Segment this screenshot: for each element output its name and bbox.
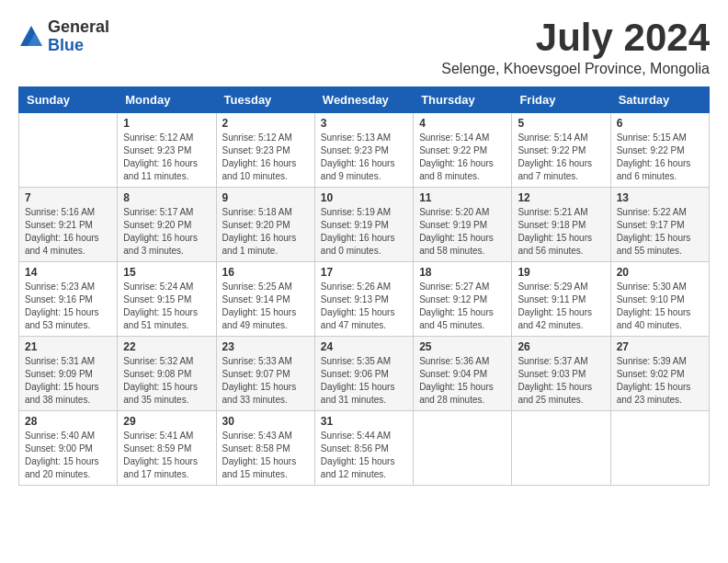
- day-info: Sunrise: 5:12 AMSunset: 9:23 PMDaylight:…: [222, 132, 309, 183]
- header-thursday: Thursday: [414, 87, 512, 113]
- day-info: Sunrise: 5:19 AMSunset: 9:19 PMDaylight:…: [321, 206, 407, 258]
- day-cell: 2Sunrise: 5:12 AMSunset: 9:23 PMDaylight…: [216, 113, 314, 188]
- day-number: 30: [222, 415, 309, 428]
- location-title: Selenge, Khoevsgoel Province, Mongolia: [441, 61, 710, 77]
- day-info: Sunrise: 5:23 AMSunset: 9:16 PMDaylight:…: [25, 281, 111, 332]
- header-friday: Friday: [512, 87, 610, 113]
- day-info: Sunrise: 5:14 AMSunset: 9:22 PMDaylight:…: [419, 132, 506, 183]
- day-cell: 8Sunrise: 5:17 AMSunset: 9:20 PMDaylight…: [118, 188, 216, 262]
- day-cell: 29Sunrise: 5:41 AMSunset: 8:59 PMDayligh…: [118, 411, 216, 486]
- day-cell: 26Sunrise: 5:37 AMSunset: 9:03 PMDayligh…: [512, 337, 610, 411]
- day-cell: [414, 411, 512, 486]
- day-cell: 6Sunrise: 5:15 AMSunset: 9:22 PMDaylight…: [610, 113, 709, 188]
- day-cell: 7Sunrise: 5:16 AMSunset: 9:21 PMDaylight…: [19, 188, 118, 262]
- day-cell: [610, 411, 709, 486]
- day-cell: 15Sunrise: 5:24 AMSunset: 9:15 PMDayligh…: [118, 262, 216, 337]
- day-cell: [512, 411, 610, 486]
- day-cell: 19Sunrise: 5:29 AMSunset: 9:11 PMDayligh…: [512, 262, 610, 337]
- day-info: Sunrise: 5:26 AMSunset: 9:13 PMDaylight:…: [321, 281, 407, 332]
- day-number: 7: [25, 191, 111, 204]
- header-monday: Monday: [118, 87, 216, 113]
- day-cell: 30Sunrise: 5:43 AMSunset: 8:58 PMDayligh…: [216, 411, 314, 486]
- day-number: 26: [518, 340, 604, 353]
- day-info: Sunrise: 5:16 AMSunset: 9:21 PMDaylight:…: [25, 206, 111, 258]
- day-number: 20: [617, 266, 703, 279]
- day-number: 9: [222, 191, 309, 204]
- month-title: July 2024: [441, 18, 710, 57]
- day-info: Sunrise: 5:43 AMSunset: 8:58 PMDaylight:…: [222, 430, 309, 481]
- day-cell: 11Sunrise: 5:20 AMSunset: 9:19 PMDayligh…: [414, 188, 512, 262]
- day-info: Sunrise: 5:21 AMSunset: 9:18 PMDaylight:…: [518, 206, 604, 258]
- logo: General Blue: [18, 18, 109, 55]
- logo-general: General: [48, 18, 109, 37]
- calendar: SundayMondayTuesdayWednesdayThursdayFrid…: [18, 86, 710, 486]
- day-cell: 9Sunrise: 5:18 AMSunset: 9:20 PMDaylight…: [216, 188, 314, 262]
- day-number: 22: [123, 340, 210, 353]
- week-row-3: 14Sunrise: 5:23 AMSunset: 9:16 PMDayligh…: [19, 262, 710, 337]
- header-wednesday: Wednesday: [314, 87, 413, 113]
- day-number: 19: [518, 266, 604, 279]
- day-number: 23: [222, 340, 309, 353]
- day-info: Sunrise: 5:14 AMSunset: 9:22 PMDaylight:…: [518, 132, 604, 183]
- day-info: Sunrise: 5:37 AMSunset: 9:03 PMDaylight:…: [518, 355, 604, 407]
- day-info: Sunrise: 5:13 AMSunset: 9:23 PMDaylight:…: [321, 132, 407, 183]
- day-number: 10: [321, 191, 407, 204]
- day-info: Sunrise: 5:24 AMSunset: 9:15 PMDaylight:…: [123, 281, 210, 332]
- day-cell: 5Sunrise: 5:14 AMSunset: 9:22 PMDaylight…: [512, 113, 610, 188]
- day-number: 5: [518, 117, 604, 130]
- day-number: 14: [25, 266, 111, 279]
- day-info: Sunrise: 5:20 AMSunset: 9:19 PMDaylight:…: [419, 206, 506, 258]
- day-info: Sunrise: 5:18 AMSunset: 9:20 PMDaylight:…: [222, 206, 309, 258]
- logo-blue: Blue: [48, 37, 109, 55]
- day-cell: 25Sunrise: 5:36 AMSunset: 9:04 PMDayligh…: [414, 337, 512, 411]
- day-number: 18: [419, 266, 506, 279]
- day-info: Sunrise: 5:31 AMSunset: 9:09 PMDaylight:…: [25, 355, 111, 407]
- day-info: Sunrise: 5:29 AMSunset: 9:11 PMDaylight:…: [518, 281, 604, 332]
- title-section: July 2024 Selenge, Khoevsgoel Province, …: [441, 18, 710, 77]
- logo-text: General Blue: [48, 18, 109, 55]
- day-number: 27: [617, 340, 703, 353]
- day-number: 21: [25, 340, 111, 353]
- week-row-5: 28Sunrise: 5:40 AMSunset: 9:00 PMDayligh…: [19, 411, 710, 486]
- day-info: Sunrise: 5:35 AMSunset: 9:06 PMDaylight:…: [321, 355, 407, 407]
- day-info: Sunrise: 5:33 AMSunset: 9:07 PMDaylight:…: [222, 355, 309, 407]
- day-number: 17: [321, 266, 407, 279]
- day-number: 8: [123, 191, 210, 204]
- day-info: Sunrise: 5:15 AMSunset: 9:22 PMDaylight:…: [617, 132, 703, 183]
- day-cell: 22Sunrise: 5:32 AMSunset: 9:08 PMDayligh…: [118, 337, 216, 411]
- calendar-header-row: SundayMondayTuesdayWednesdayThursdayFrid…: [19, 87, 710, 113]
- day-cell: 27Sunrise: 5:39 AMSunset: 9:02 PMDayligh…: [610, 337, 709, 411]
- day-number: 31: [321, 415, 407, 428]
- day-cell: 17Sunrise: 5:26 AMSunset: 9:13 PMDayligh…: [314, 262, 413, 337]
- day-cell: 23Sunrise: 5:33 AMSunset: 9:07 PMDayligh…: [216, 337, 314, 411]
- day-cell: 18Sunrise: 5:27 AMSunset: 9:12 PMDayligh…: [414, 262, 512, 337]
- day-cell: 20Sunrise: 5:30 AMSunset: 9:10 PMDayligh…: [610, 262, 709, 337]
- logo-icon: [18, 24, 44, 50]
- day-cell: 24Sunrise: 5:35 AMSunset: 9:06 PMDayligh…: [314, 337, 413, 411]
- day-info: Sunrise: 5:36 AMSunset: 9:04 PMDaylight:…: [419, 355, 506, 407]
- day-number: 12: [518, 191, 604, 204]
- day-cell: 21Sunrise: 5:31 AMSunset: 9:09 PMDayligh…: [19, 337, 118, 411]
- day-cell: 1Sunrise: 5:12 AMSunset: 9:23 PMDaylight…: [118, 113, 216, 188]
- day-info: Sunrise: 5:30 AMSunset: 9:10 PMDaylight:…: [617, 281, 703, 332]
- day-info: Sunrise: 5:32 AMSunset: 9:08 PMDaylight:…: [123, 355, 210, 407]
- page-header: General Blue July 2024 Selenge, Khoevsgo…: [18, 18, 710, 77]
- day-number: 4: [419, 117, 506, 130]
- day-cell: 28Sunrise: 5:40 AMSunset: 9:00 PMDayligh…: [19, 411, 118, 486]
- day-number: 29: [123, 415, 210, 428]
- day-cell: 4Sunrise: 5:14 AMSunset: 9:22 PMDaylight…: [414, 113, 512, 188]
- day-info: Sunrise: 5:40 AMSunset: 9:00 PMDaylight:…: [25, 430, 111, 481]
- day-info: Sunrise: 5:12 AMSunset: 9:23 PMDaylight:…: [123, 132, 210, 183]
- day-number: 25: [419, 340, 506, 353]
- week-row-2: 7Sunrise: 5:16 AMSunset: 9:21 PMDaylight…: [19, 188, 710, 262]
- day-number: 13: [617, 191, 703, 204]
- header-saturday: Saturday: [610, 87, 709, 113]
- day-number: 16: [222, 266, 309, 279]
- day-cell: 31Sunrise: 5:44 AMSunset: 8:56 PMDayligh…: [314, 411, 413, 486]
- week-row-1: 1Sunrise: 5:12 AMSunset: 9:23 PMDaylight…: [19, 113, 710, 188]
- day-info: Sunrise: 5:17 AMSunset: 9:20 PMDaylight:…: [123, 206, 210, 258]
- day-info: Sunrise: 5:39 AMSunset: 9:02 PMDaylight:…: [617, 355, 703, 407]
- day-cell: 14Sunrise: 5:23 AMSunset: 9:16 PMDayligh…: [19, 262, 118, 337]
- day-info: Sunrise: 5:41 AMSunset: 8:59 PMDaylight:…: [123, 430, 210, 481]
- day-number: 11: [419, 191, 506, 204]
